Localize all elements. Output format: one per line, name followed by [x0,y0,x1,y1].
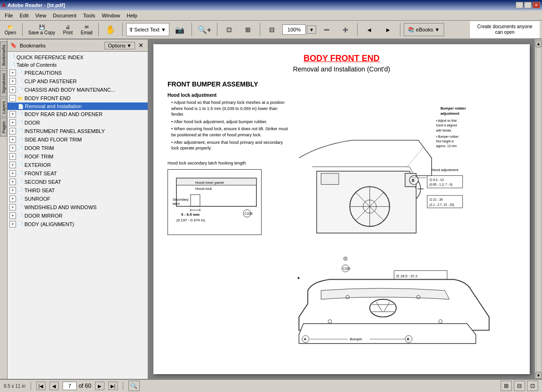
nav-right-button[interactable]: ▶ [380,22,397,38]
right-scroll-panel: ▲ ▼ [534,39,542,379]
last-page-button[interactable]: ▶| [108,382,118,390]
tree-item-third-seat[interactable]: + 📄 THIRD SEAT [8,186,148,195]
zoom-in2-button[interactable]: ➕ [337,22,354,38]
toolbar-separator-3 [122,23,123,36]
expand-exterior[interactable]: + [9,162,16,168]
expand-door-mirror[interactable]: + [9,212,16,219]
menu-tools[interactable]: Tools [80,12,98,19]
tree-item-door[interactable]: + 📄 DOOR [8,118,148,127]
zoom-input[interactable] [282,24,306,35]
expand-windshield[interactable]: + [9,204,16,211]
svg-text:free height is: free height is [436,140,454,143]
tree-item-second-seat[interactable]: + 📄 SECOND SEAT [8,178,148,186]
tree-item-front-seat[interactable]: + 📄 FRONT SEAT [8,169,148,178]
scroll-up-button[interactable]: ▲ [535,40,542,47]
signatures-tab[interactable]: Signatures [0,70,7,97]
hood-lock-secondary-label: Hood lock secondary latch hooking length [167,161,290,165]
select-text-button[interactable]: 𝐓 Select Text ▼ [126,23,169,36]
expand-door[interactable]: + [9,119,16,126]
tree-item-sunroof[interactable]: + 📄 SUNROOF [8,195,148,203]
options-button[interactable]: Options ▼ [104,42,135,49]
tree-item-body-align[interactable]: + 📄 BODY (ALIGNMENT) [8,220,148,228]
tree-item-clip-fastener[interactable]: + 📄 CLIP AND FASTENER [8,77,148,86]
svg-text:C203: C203 [245,212,253,215]
doc-text-column: Hood lock adjustment Adjust hood so that… [167,93,290,357]
sidebar-close-button[interactable]: ✕ [137,42,145,49]
ebooks-button[interactable]: 📚 eBooks ▼ [404,23,444,36]
tree-item-door-mirror[interactable]: + 📄 DOOR MIRROR [8,212,148,220]
tree-item-side-floor[interactable]: + 📄 SIDE AND FLOOR TRIM [8,135,148,144]
tree-item-exterior[interactable]: + 📄 EXTERIOR [8,161,148,169]
page-number-input[interactable] [63,382,77,390]
zoom-out-button[interactable]: ➖ [318,22,335,38]
maximize-button[interactable]: □ [524,2,532,8]
zoom-in-button[interactable]: 🔍+ [195,22,214,38]
bookmarks-header-icon: 🔖 [10,42,17,48]
tree-item-precautions[interactable]: + 📄 PRECAUTIONS [8,69,148,77]
zoom-dropdown-button[interactable]: ▼ [307,25,316,34]
tree-item-removal[interactable]: 📄 Removal and Installation [8,102,148,110]
tree-item-quick-ref[interactable]: 📄 QUICK REFERENCE INDEX [8,54,148,61]
prev-page-button[interactable]: ◀ [49,382,59,390]
expand-chassis[interactable]: + [9,86,16,93]
menu-file[interactable]: File [2,12,16,19]
tree-item-body-front[interactable]: − 📁 BODY FRONT END [8,94,148,102]
fit-width-button[interactable]: ⊡ [221,22,238,38]
tree-label-quick-ref: QUICK REFERENCE INDEX [16,55,83,60]
minimize-button[interactable]: ─ [516,2,523,8]
menu-window[interactable]: Window [99,12,123,19]
zoom-out-status-button[interactable]: 🔍 [128,381,140,391]
menu-edit[interactable]: Edit [17,12,32,19]
expand-clip-fastener[interactable]: + [9,78,16,85]
close-button[interactable]: ✕ [533,2,540,8]
expand-front-seat[interactable]: + [9,170,16,177]
main-area: Bookmarks Signatures Layers Pages 🔖 Book… [0,39,542,379]
layers-tab[interactable]: Layers [0,98,7,117]
next-page-button[interactable]: ▶ [95,382,104,390]
svg-text:with fender.: with fender. [436,129,452,132]
actual-size-button[interactable]: ⊟ [263,22,280,38]
pages-tab[interactable]: Pages [0,118,7,137]
nav-left-button[interactable]: ◀ [361,22,378,38]
tree-item-roof-trim[interactable]: + 📄 ROOF TRIM [8,152,148,161]
expand-second-seat[interactable]: + [9,179,16,185]
tree-item-windshield[interactable]: + 📄 WINDSHIELD AND WINDOWS [8,203,148,212]
save-button[interactable]: 💾 Save a Copy [26,22,57,38]
expand-precautions[interactable]: + [9,70,16,76]
expand-door-trim[interactable]: + [9,145,16,151]
page-view-continuous-button[interactable]: ⊟ [514,381,525,391]
create-docs-button[interactable]: Create documents anyone can open [470,21,540,39]
hand-tool-button[interactable]: ✋ [102,22,119,38]
expand-body-front[interactable]: − [9,95,16,102]
toolbar-separator-8 [400,23,400,36]
expand-side-floor[interactable]: + [9,136,16,143]
expand-body-rear[interactable]: + [9,111,16,118]
email-button[interactable]: ✉ Email [78,22,95,38]
open-button[interactable]: 📂 Open [2,22,19,38]
bookmarks-tab[interactable]: Bookmarks [0,41,7,69]
expand-roof-trim[interactable]: + [9,153,16,160]
tree-item-instrument[interactable]: + 📄 INSTRUMENT PANEL ASSEMBLY [8,127,148,135]
menu-help[interactable]: Help [124,12,140,19]
doc-icon-second-seat: 📄 [17,180,23,185]
expand-instrument[interactable]: + [9,128,16,134]
page-view-single-button[interactable]: ⊞ [501,381,512,391]
menu-view[interactable]: View [32,12,49,19]
snapshot-button[interactable]: 📷 [171,22,188,38]
tree-item-body-rear[interactable]: + 📄 BODY REAR END AND OPENER [8,110,148,118]
scroll-down-button[interactable]: ▼ [535,372,542,379]
page-view-facing-button[interactable]: ⊡ [527,381,538,391]
fit-page-button[interactable]: ⊞ [239,22,256,38]
expand-third-seat[interactable]: + [9,187,16,194]
expand-body-align[interactable]: + [9,221,16,227]
print-button[interactable]: 🖨 Print [59,22,76,38]
scroll-track[interactable] [536,47,542,372]
tree-item-chassis[interactable]: + 📄 CHASSIS AND BODY MAINTENANC... [8,86,148,94]
expand-sunroof[interactable]: + [9,196,16,202]
doc-scroll-area[interactable]: BODY FRONT END Removal and Installation … [149,39,534,379]
tree-item-toc[interactable]: 📄 Table of Contents [8,61,148,69]
tree-item-door-trim[interactable]: + 📄 DOOR TRIM [8,144,148,152]
hood-lock-bullet-1: Adjust hood so that hood primary lock me… [171,100,290,118]
first-page-button[interactable]: |◀ [36,382,46,390]
menu-document[interactable]: Document [50,12,79,19]
